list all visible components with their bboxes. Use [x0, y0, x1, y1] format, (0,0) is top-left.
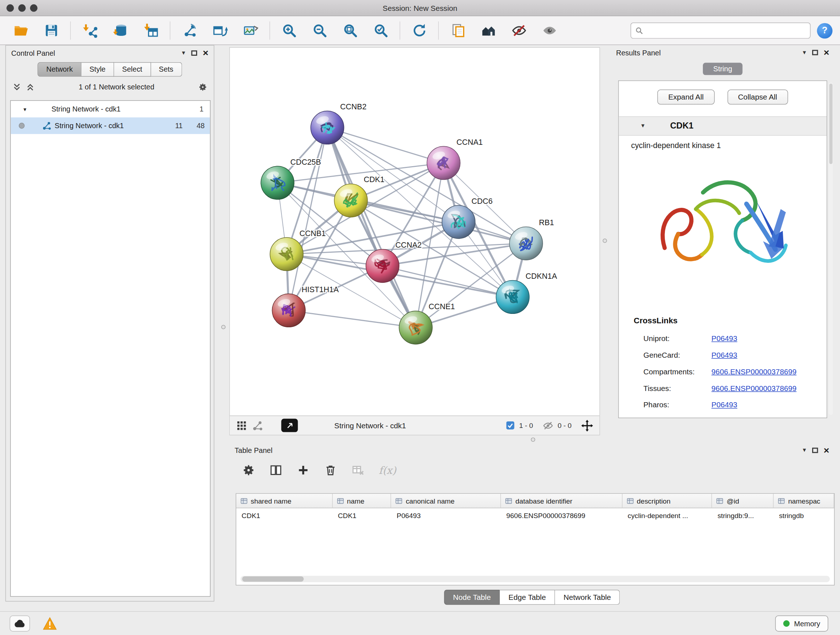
column-header[interactable]: description	[622, 494, 712, 508]
hidden-eye-slash-icon[interactable]	[543, 421, 554, 430]
table-row[interactable]: CDK1CDK1P064939606.ENSP00000378699cyclin…	[236, 508, 834, 523]
network-node[interactable]	[272, 294, 305, 327]
close-panel-icon[interactable]: ×	[202, 48, 208, 58]
expand-all-networks-icon[interactable]	[12, 82, 21, 91]
birds-eye-view-button[interactable]	[281, 419, 298, 432]
close-panel-icon[interactable]: ×	[824, 48, 829, 57]
save-session-button[interactable]	[39, 19, 64, 42]
column-header[interactable]: name	[332, 494, 392, 508]
open-session-button[interactable]	[8, 19, 33, 42]
delete-column-trash-icon[interactable]	[324, 464, 337, 477]
column-header[interactable]: shared name	[236, 494, 332, 508]
splitter-grip[interactable]	[603, 239, 607, 243]
float-panel-icon[interactable]	[813, 448, 818, 453]
table-cell[interactable]: cyclin-dependent ...	[622, 511, 712, 519]
tab-sets[interactable]: Sets	[151, 62, 182, 77]
memory-button[interactable]: Memory	[775, 616, 828, 631]
table-cell[interactable]: CDK1	[332, 511, 392, 519]
table-settings-gear-icon[interactable]	[242, 464, 255, 477]
add-column-plus-icon[interactable]	[297, 464, 309, 477]
network-node[interactable]	[427, 146, 460, 180]
grid-view-icon[interactable]	[236, 420, 247, 431]
show-columns-icon[interactable]	[270, 464, 283, 477]
network-canvas[interactable]: CCNB2CCNA1CDC25BCDK1CDC6RB1CCNB1CCNA2CDK…	[230, 48, 600, 416]
float-panel-icon[interactable]	[191, 50, 197, 56]
warnings-button[interactable]	[41, 616, 59, 631]
column-header[interactable]: canonical name	[392, 494, 501, 508]
search-input[interactable]	[646, 27, 806, 35]
selected-checkbox-icon[interactable]	[506, 421, 515, 430]
collapse-all-networks-icon[interactable]	[26, 82, 35, 91]
network-node[interactable]	[366, 249, 399, 283]
refresh-network-button[interactable]	[407, 19, 432, 42]
duplicate-document-button[interactable]	[445, 19, 471, 42]
zoom-selected-button[interactable]	[368, 19, 393, 42]
network-from-table-button[interactable]	[207, 19, 233, 42]
zoom-in-button[interactable]	[276, 19, 302, 42]
collapse-triangle-icon[interactable]: ▼	[22, 106, 30, 112]
close-window-button[interactable]	[6, 4, 14, 12]
column-header[interactable]: database identifier	[501, 494, 622, 508]
network-collection-row[interactable]: ▼ String Network - cdk1 1	[11, 101, 210, 117]
float-panel-icon[interactable]	[813, 50, 818, 55]
table-cell[interactable]: P06493	[392, 511, 501, 519]
network-node[interactable]	[399, 311, 432, 344]
network-node[interactable]	[496, 280, 529, 314]
table-cell[interactable]: 9606.ENSP00000378699	[501, 511, 622, 519]
panel-menu-caret-icon[interactable]: ▼	[181, 50, 186, 56]
show-graphics-details-button[interactable]	[537, 19, 562, 42]
tab-select[interactable]: Select	[114, 62, 150, 77]
zoom-fit-icon	[343, 23, 357, 38]
pan-crosshair-icon[interactable]	[581, 420, 593, 432]
column-header[interactable]: @id	[712, 494, 774, 508]
table-horizontal-scrollbar[interactable]	[240, 576, 830, 582]
crosslink-link[interactable]: P06493	[712, 350, 737, 359]
crosslink-link[interactable]: P06493	[712, 334, 737, 342]
expand-all-button[interactable]: Expand All	[658, 89, 714, 104]
zoom-out-button[interactable]	[307, 19, 332, 42]
column-header[interactable]: namespac	[774, 494, 834, 508]
import-table-button[interactable]	[138, 19, 164, 42]
new-network-button[interactable]	[177, 19, 202, 42]
panel-menu-caret-icon[interactable]: ▼	[802, 50, 807, 55]
cloud-sync-button[interactable]	[10, 616, 30, 631]
collapse-all-button[interactable]: Collapse All	[727, 89, 788, 104]
tab-network-table[interactable]: Network Table	[555, 590, 620, 605]
splitter-grip[interactable]	[221, 325, 226, 329]
tab-edge-table[interactable]: Edge Table	[500, 590, 555, 605]
protein-section-header[interactable]: ▼ CDK1	[619, 116, 827, 135]
splitter-grip[interactable]	[531, 437, 535, 442]
import-network-database-button[interactable]	[108, 19, 133, 42]
network-node[interactable]	[442, 205, 475, 239]
tab-style[interactable]: Style	[81, 62, 114, 77]
network-options-gear-icon[interactable]	[198, 82, 207, 91]
minimize-window-button[interactable]	[18, 4, 26, 12]
string-tab-badge[interactable]: String	[703, 63, 742, 75]
overview-button[interactable]	[476, 19, 501, 42]
crosslink-link[interactable]: 9606.ENSP00000378699	[712, 384, 797, 393]
export-image-button[interactable]	[238, 19, 264, 42]
hide-graphics-details-button[interactable]	[506, 19, 531, 42]
panel-menu-caret-icon[interactable]: ▼	[802, 448, 807, 453]
network-share-icon[interactable]	[252, 420, 263, 431]
network-node[interactable]	[270, 238, 303, 271]
tab-node-table[interactable]: Node Table	[444, 590, 500, 605]
table-cell[interactable]: CDK1	[236, 511, 332, 519]
section-collapse-caret-icon[interactable]: ▼	[640, 124, 646, 129]
network-row-selected[interactable]: String Network - cdk1 11 48	[11, 117, 210, 134]
import-network-file-button[interactable]	[77, 19, 103, 42]
network-node[interactable]	[509, 226, 543, 260]
zoom-window-button[interactable]	[30, 4, 38, 12]
close-panel-icon[interactable]: ×	[824, 446, 829, 455]
table-cell[interactable]: stringdb	[774, 511, 834, 519]
table-cell[interactable]: stringdb:9...	[712, 511, 774, 519]
help-button[interactable]: ?	[817, 23, 832, 38]
network-node[interactable]	[261, 166, 294, 200]
network-node[interactable]	[334, 184, 368, 217]
crosslink-link[interactable]: 9606.ENSP00000378699	[712, 367, 797, 376]
zoom-fit-button[interactable]	[338, 19, 363, 42]
results-scrollbar[interactable]	[829, 82, 833, 415]
tab-network[interactable]: Network	[38, 62, 81, 77]
network-node[interactable]	[311, 111, 344, 144]
crosslink-link[interactable]: P06493	[712, 400, 737, 409]
